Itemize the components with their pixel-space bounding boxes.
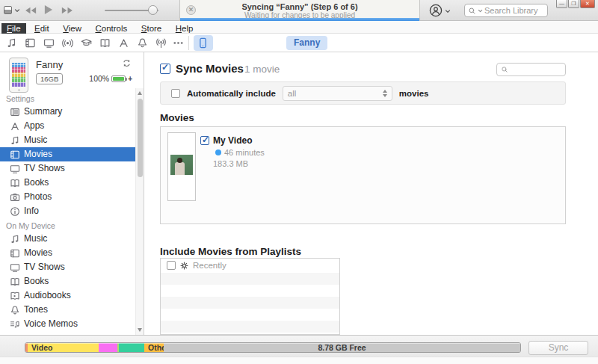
section-label-on-my-device: On My Device <box>6 220 144 232</box>
window-controls: — ❐ ✕ <box>556 0 595 8</box>
sidebar-item-tv-shows[interactable]: TV Shows <box>0 161 144 176</box>
chevron-down-icon <box>478 8 483 13</box>
capacity-segment <box>99 343 117 352</box>
play-button[interactable] <box>43 4 53 16</box>
movie-count: 1 movie <box>244 64 280 75</box>
sync-spinner-icon[interactable] <box>122 58 132 68</box>
sidebar-item-device-tv-shows[interactable]: TV Shows <box>0 260 144 274</box>
menu-edit[interactable]: Edit <box>29 23 55 34</box>
sidebar-item-summary[interactable]: Summary <box>0 105 144 119</box>
library-search-box[interactable] <box>464 4 548 17</box>
sidebar-item-audiobooks[interactable]: Audiobooks <box>0 289 144 303</box>
device-name-tab[interactable]: Fanny <box>286 36 327 50</box>
sync-button[interactable]: Sync <box>528 341 588 355</box>
home-button-dot <box>18 89 20 91</box>
close-button[interactable]: ✕ <box>580 0 595 8</box>
minimize-button[interactable]: — <box>556 0 567 8</box>
tv-icon <box>10 164 20 174</box>
app-menu-button[interactable] <box>4 5 22 16</box>
sidebar-item-tones[interactable]: Tones <box>0 303 144 317</box>
auto-include-label: Automatically include <box>187 89 276 98</box>
itunes-u-icon[interactable] <box>81 37 92 49</box>
account-icon <box>429 4 443 17</box>
sidebar-item-music[interactable]: Music <box>0 133 144 147</box>
dropdown-value: all <box>288 89 297 98</box>
bottom-strip <box>0 357 598 364</box>
auto-include-dropdown[interactable]: all <box>283 86 392 101</box>
apps-icon[interactable] <box>118 37 129 49</box>
device-button[interactable] <box>194 35 213 51</box>
video-size: 183.3 MB <box>213 159 248 168</box>
sync-status-title: Syncing “Fanny” (Step 6 of 6) <box>180 2 419 11</box>
scroll-up-icon[interactable] <box>138 91 142 95</box>
sync-movies-checkbox[interactable] <box>160 64 170 74</box>
account-button[interactable] <box>429 4 451 17</box>
menu-help[interactable]: Help <box>170 23 199 34</box>
podcasts-icon[interactable] <box>62 37 73 49</box>
sidebar-item-label: Movies <box>24 149 52 159</box>
menubar: File Edit View Controls Store Help <box>0 21 598 34</box>
books-icon[interactable] <box>99 37 111 49</box>
tv-shows-icon[interactable] <box>43 37 55 49</box>
menu-controls[interactable]: Controls <box>90 23 132 34</box>
sidebar-item-device-movies[interactable]: Movies <box>0 246 144 260</box>
music-icon[interactable] <box>6 37 17 49</box>
movies-icon[interactable] <box>25 37 36 49</box>
video-duration: 46 minutes <box>224 148 265 157</box>
sidebar-item-label: Movies <box>24 247 52 258</box>
sidebar-item-books[interactable]: Books <box>0 176 144 190</box>
tv-icon <box>10 262 20 273</box>
sidebar-item-label: Photos <box>24 191 52 202</box>
audiobooks-icon <box>10 291 20 301</box>
search-icon <box>501 66 508 73</box>
sidebar-item-movies[interactable]: Movies <box>0 147 144 161</box>
forward-button[interactable] <box>61 6 74 15</box>
capacity-free-segment: 8.78 GB Free <box>164 343 520 352</box>
iphone-icon <box>197 37 209 49</box>
playlist-checkbox[interactable] <box>167 261 176 270</box>
sidebar-item-info[interactable]: Info <box>0 204 144 218</box>
sidebar-item-voice-memos[interactable]: Voice Memos <box>0 317 144 331</box>
sidebar-item-label: Voice Memos <box>24 318 78 329</box>
empty-row <box>161 309 339 321</box>
search-icon <box>468 7 476 15</box>
menu-view[interactable]: View <box>58 23 87 34</box>
music-icon <box>10 135 20 146</box>
unwatched-dot-icon <box>215 149 221 155</box>
maximize-button[interactable]: ❐ <box>568 0 579 8</box>
status-lcd: ✕ Syncing “Fanny” (Step 6 of 6) Waiting … <box>179 0 420 21</box>
my-video-checkbox[interactable] <box>200 136 209 145</box>
auto-include-panel: Automatically include all movies <box>160 81 566 105</box>
rewind-button[interactable] <box>24 6 37 15</box>
movies-section-title: Movies <box>160 112 194 123</box>
sidebar-scrollbar[interactable] <box>135 88 144 335</box>
volume-slider-knob[interactable] <box>148 5 158 15</box>
more-icon[interactable] <box>173 37 184 49</box>
books-icon <box>10 178 20 188</box>
sidebar-item-device-music[interactable]: Music <box>0 232 144 246</box>
scroll-down-icon[interactable] <box>138 328 142 332</box>
auto-include-suffix: movies <box>399 89 429 98</box>
sidebar-item-label: Summary <box>24 106 62 117</box>
summary-icon <box>10 107 20 117</box>
sidebar-item-apps[interactable]: Apps <box>0 119 144 133</box>
footer: VideoOther8.78 GB Free Sync <box>0 335 598 357</box>
sidebar-item-label: Books <box>24 177 49 188</box>
tones-icon[interactable] <box>137 37 148 49</box>
sidebar-item-photos[interactable]: Photos <box>0 190 144 204</box>
bell-icon <box>10 305 20 315</box>
radio-icon[interactable] <box>155 37 167 49</box>
titlebar: ✕ Syncing “Fanny” (Step 6 of 6) Waiting … <box>0 0 598 21</box>
sidebar-item-device-books[interactable]: Books <box>0 274 144 289</box>
sidebar-item-label: Music <box>24 233 47 244</box>
capacity-segment <box>119 343 144 352</box>
menu-file[interactable]: File <box>1 23 26 34</box>
menu-store[interactable]: Store <box>136 23 167 34</box>
movies-search-box[interactable] <box>496 63 566 76</box>
sidebar-item-label: Audiobooks <box>24 290 71 300</box>
scrollbar-thumb[interactable] <box>138 99 143 177</box>
playlist-row[interactable]: Recently <box>161 259 339 273</box>
photos-icon <box>10 192 20 203</box>
search-input[interactable] <box>484 6 544 15</box>
auto-include-checkbox[interactable] <box>171 89 180 98</box>
